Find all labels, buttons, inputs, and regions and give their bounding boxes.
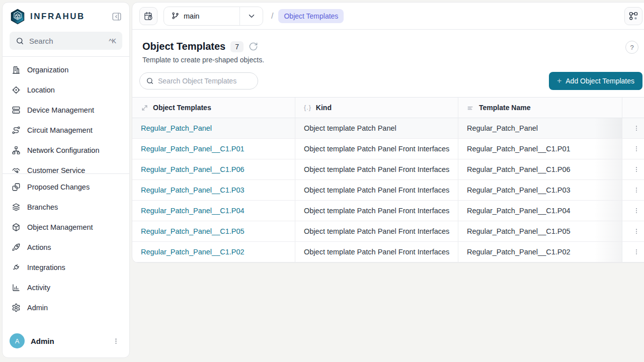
refresh-icon[interactable] — [249, 42, 258, 51]
page-title: Object Templates — [142, 41, 225, 52]
avatar: A — [10, 333, 25, 348]
sidebar-item-customer-service[interactable]: Customer Service — [3, 160, 129, 173]
handshake-icon — [12, 166, 21, 173]
table-row[interactable]: Regular_Patch_Panel Object template Patc… — [132, 118, 644, 139]
sidebar-item-branches[interactable]: Branches — [3, 197, 129, 217]
sidebar-item-organization[interactable]: Organization — [3, 60, 129, 80]
search-object-templates-input[interactable] — [139, 72, 258, 89]
calendar-clock-icon[interactable] — [139, 7, 157, 25]
table-row[interactable]: Regular_Patch_Panel__C1.P04 Object templ… — [132, 201, 644, 221]
object-templates-table: Object Templates {.} Kind Template Name … — [132, 97, 644, 262]
git-branch-icon — [171, 12, 180, 20]
sidebar: INFRAHUB Search ^K Organization Location — [2, 2, 130, 358]
rocket-icon — [12, 243, 21, 252]
plug-icon — [12, 263, 21, 272]
branch-selector[interactable]: main — [164, 7, 263, 26]
table-row[interactable]: Regular_Patch_Panel__C1.P01 Object templ… — [132, 139, 644, 159]
diagonal-arrows-icon — [141, 104, 148, 112]
sidebar-item-label: Organization — [27, 66, 68, 74]
sidebar-user[interactable]: A Admin — [3, 326, 129, 357]
sidebar-search-placeholder: Search — [29, 37, 109, 45]
add-button-label: Add Object Templates — [566, 77, 634, 85]
row-link[interactable]: Regular_Patch_Panel__C1.P04 — [141, 207, 245, 215]
sidebar-item-label: Network Configuration — [27, 146, 99, 154]
logo-row: INFRAHUB — [3, 3, 129, 30]
toolbar: + Add Object Templates — [132, 64, 644, 97]
locate-icon — [12, 85, 21, 95]
column-header-template-name[interactable]: Template Name — [458, 98, 622, 118]
row-kebab-icon[interactable] — [631, 185, 642, 196]
row-template-name: Regular_Patch_Panel__C1.P01 — [467, 145, 571, 153]
brand-name: INFRAHUB — [30, 12, 110, 22]
sidebar-item-device-management[interactable]: Device Management — [3, 100, 129, 120]
sidebar-item-integrations[interactable]: Integrations — [3, 257, 129, 278]
row-link[interactable]: Regular_Patch_Panel__C1.P06 — [141, 165, 245, 173]
sidebar-item-actions[interactable]: Actions — [3, 237, 129, 257]
sidebar-item-label: Branches — [27, 203, 58, 211]
hierarchy-icon — [12, 146, 21, 155]
column-header-kind[interactable]: {.} Kind — [295, 98, 458, 118]
sidebar-item-proposed-changes[interactable]: Proposed Changes — [3, 177, 129, 197]
sidebar-item-admin[interactable]: Admin — [3, 298, 129, 318]
sidebar-search[interactable]: Search ^K — [10, 32, 122, 50]
table-header-row: Object Templates {.} Kind Template Name — [132, 98, 644, 118]
search-icon — [16, 37, 24, 45]
gear-icon — [12, 303, 21, 312]
sidebar-item-location[interactable]: Location — [3, 80, 129, 100]
add-object-templates-button[interactable]: + Add Object Templates — [549, 72, 642, 90]
chevron-down-icon[interactable] — [239, 7, 263, 25]
sidebar-item-object-management[interactable]: Object Management — [3, 217, 129, 237]
column-header-actions — [622, 98, 644, 118]
sidebar-item-network-configuration[interactable]: Network Configuration — [3, 140, 129, 160]
diff-icon — [12, 183, 21, 192]
sidebar-item-label: Actions — [27, 243, 51, 251]
row-template-name: Regular_Patch_Panel__C1.P03 — [467, 186, 571, 194]
row-kebab-icon[interactable] — [631, 246, 642, 257]
row-kind: Object template Patch Panel Front Interf… — [304, 165, 449, 173]
sidebar-menu-secondary: Proposed Changes Branches Object Managem… — [3, 174, 129, 318]
sidebar-item-circuit-management[interactable]: Circuit Management — [3, 120, 129, 140]
help-button[interactable]: ? — [625, 41, 638, 54]
row-link[interactable]: Regular_Patch_Panel — [141, 124, 212, 132]
table-row[interactable]: Regular_Patch_Panel__C1.P06 Object templ… — [132, 159, 644, 180]
sidebar-item-label: Object Management — [27, 223, 93, 231]
row-kind: Object template Patch Panel Front Interf… — [304, 248, 449, 256]
plus-icon: + — [557, 76, 561, 85]
column-label: Kind — [316, 104, 332, 112]
route-icon — [12, 126, 21, 135]
sidebar-item-label: Activity — [27, 284, 50, 292]
row-template-name: Regular_Patch_Panel — [467, 124, 538, 132]
breadcrumb-object-templates[interactable]: Object Templates — [278, 9, 344, 23]
sidebar-item-label: Device Management — [27, 106, 94, 114]
user-menu-kebab-icon[interactable] — [110, 335, 121, 346]
row-kebab-icon[interactable] — [631, 205, 642, 216]
page-description: Template to create pre-shaped objects. — [142, 56, 640, 64]
sidebar-item-label: Proposed Changes — [27, 183, 90, 191]
row-link[interactable]: Regular_Patch_Panel__C1.P05 — [141, 227, 245, 235]
table-row[interactable]: Regular_Patch_Panel__C1.P02 Object templ… — [132, 242, 644, 262]
sidebar-item-label: Admin — [27, 304, 48, 312]
row-kebab-icon[interactable] — [631, 143, 642, 154]
braces-icon: {.} — [304, 104, 311, 111]
breadcrumb-separator: / — [271, 12, 273, 21]
row-kind: Object template Patch Panel Front Interf… — [304, 186, 449, 194]
column-header-object-templates[interactable]: Object Templates — [132, 98, 295, 118]
row-kebab-icon[interactable] — [631, 123, 642, 134]
collapse-sidebar-icon[interactable] — [110, 10, 123, 23]
row-link[interactable]: Regular_Patch_Panel__C1.P02 — [141, 248, 245, 256]
row-link[interactable]: Regular_Patch_Panel__C1.P01 — [141, 145, 245, 153]
column-label: Object Templates — [153, 104, 211, 112]
row-link[interactable]: Regular_Patch_Panel__C1.P03 — [141, 186, 245, 194]
sidebar-item-label: Location — [27, 86, 55, 94]
row-template-name: Regular_Patch_Panel__C1.P05 — [467, 227, 571, 235]
table-row[interactable]: Regular_Patch_Panel__C1.P03 Object templ… — [132, 180, 644, 201]
row-template-name: Regular_Patch_Panel__C1.P02 — [467, 248, 571, 256]
user-name: Admin — [31, 337, 110, 345]
page-header: Object Templates 7 Template to create pr… — [132, 30, 644, 64]
row-kebab-icon[interactable] — [631, 226, 642, 237]
schema-icon[interactable] — [624, 7, 642, 25]
row-kebab-icon[interactable] — [631, 164, 642, 175]
table-row[interactable]: Regular_Patch_Panel__C1.P05 Object templ… — [132, 221, 644, 242]
row-kind: Object template Patch Panel Front Interf… — [304, 207, 449, 215]
sidebar-item-activity[interactable]: Activity — [3, 278, 129, 298]
